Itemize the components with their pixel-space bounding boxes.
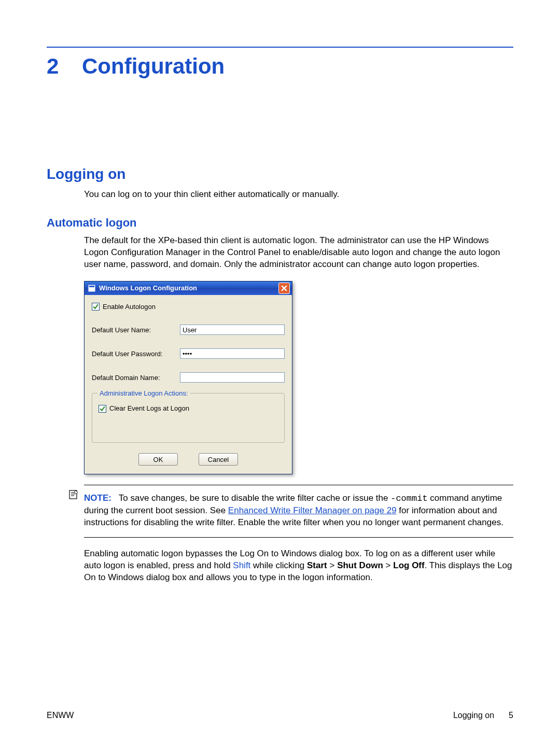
enable-autologon-checkbox[interactable] bbox=[92, 303, 100, 311]
clear-logs-checkbox[interactable] bbox=[99, 405, 106, 413]
chapter-title: Configuration bbox=[82, 52, 225, 81]
domain-label: Default Domain Name: bbox=[92, 373, 180, 383]
page-footer: ENWW Logging on 5 bbox=[47, 710, 513, 721]
note-code: -commit bbox=[390, 494, 427, 503]
domain-row: Default Domain Name: bbox=[92, 372, 285, 383]
svg-rect-1 bbox=[89, 286, 94, 287]
admin-actions-legend: Administrative Logon Actions: bbox=[97, 389, 190, 398]
chapter-heading: 2 Configuration bbox=[47, 52, 513, 81]
footer-page-number: 5 bbox=[509, 710, 513, 721]
note-label: NOTE: bbox=[84, 493, 111, 503]
admin-actions-group: Administrative Logon Actions: Clear Even… bbox=[92, 393, 285, 443]
username-label: Default User Name: bbox=[92, 326, 180, 335]
logoff-menu: Log Off bbox=[393, 560, 424, 570]
clear-logs-label: Clear Event Logs at Logon bbox=[109, 404, 189, 413]
footer-left: ENWW bbox=[47, 710, 74, 721]
auto-logon-shift-paragraph: Enabling automatic logon bypasses the Lo… bbox=[84, 548, 513, 584]
section-intro: You can log on to your thin client eithe… bbox=[84, 189, 513, 201]
subsection-body: The default for the XPe-based thin clien… bbox=[84, 235, 513, 271]
note-text: NOTE: To save changes, be sure to disabl… bbox=[84, 493, 513, 529]
enable-autologon-label: Enable Autologon bbox=[103, 302, 156, 312]
start-menu: Start bbox=[307, 560, 327, 570]
chapter-number: 2 bbox=[47, 52, 62, 81]
shutdown-menu: Shut Down bbox=[337, 560, 383, 570]
password-row: Default User Password: bbox=[92, 348, 285, 359]
ewf-manager-link[interactable]: Enhanced Write Filter Manager on page 29 bbox=[228, 505, 397, 515]
username-row: Default User Name: bbox=[92, 325, 285, 335]
username-input[interactable] bbox=[180, 325, 285, 335]
shift-key: Shift bbox=[233, 560, 250, 570]
section-heading-logging-on: Logging on bbox=[47, 164, 513, 184]
note-block: NOTE: To save changes, be sure to disabl… bbox=[84, 485, 513, 538]
app-icon bbox=[88, 284, 96, 292]
subsection-heading-automatic-logon: Automatic logon bbox=[47, 215, 513, 231]
enable-autologon-row: Enable Autologon bbox=[92, 302, 285, 312]
p2-b: while clicking bbox=[250, 560, 307, 570]
dialog-title: Windows Logon Configuration bbox=[99, 284, 278, 293]
password-label: Default User Password: bbox=[92, 349, 180, 359]
logon-config-dialog: Windows Logon Configuration Enable Autol… bbox=[84, 281, 292, 474]
close-icon[interactable] bbox=[278, 283, 290, 294]
note-icon bbox=[68, 489, 79, 503]
cancel-button[interactable]: Cancel bbox=[199, 453, 238, 466]
footer-section: Logging on bbox=[453, 710, 494, 721]
top-rule bbox=[47, 47, 513, 48]
dialog-titlebar[interactable]: Windows Logon Configuration bbox=[85, 282, 292, 295]
note-part1: To save changes, be sure to disable the … bbox=[119, 493, 390, 503]
p2-gt2: > bbox=[383, 560, 393, 570]
p2-gt1: > bbox=[327, 560, 337, 570]
ok-button[interactable]: OK bbox=[138, 453, 178, 466]
domain-input[interactable] bbox=[180, 372, 285, 383]
password-input[interactable] bbox=[180, 348, 285, 359]
